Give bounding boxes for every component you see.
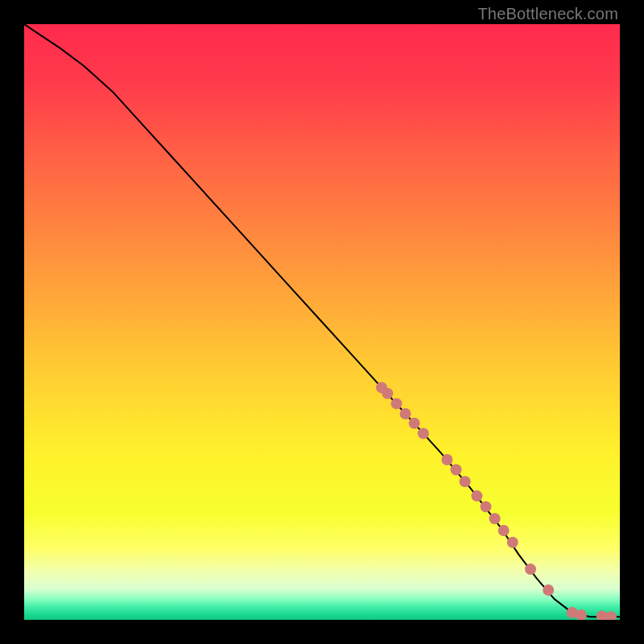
data-marker <box>489 513 501 524</box>
data-marker <box>507 537 518 548</box>
bottleneck-curve <box>24 24 620 617</box>
attribution-label: TheBottleneck.com <box>477 5 618 23</box>
data-marker <box>543 584 554 596</box>
plot-area <box>24 24 620 620</box>
data-marker <box>605 611 617 620</box>
data-marker <box>441 454 452 465</box>
data-marker <box>481 501 492 512</box>
data-marker <box>409 418 420 429</box>
data-marker <box>471 490 482 502</box>
data-marker <box>391 398 402 409</box>
data-marker <box>451 464 462 476</box>
curve-layer <box>24 24 620 620</box>
chart-frame: TheBottleneck.com <box>0 0 644 644</box>
data-marker <box>418 427 429 439</box>
data-marker <box>525 564 536 575</box>
data-marker <box>460 476 471 487</box>
data-marker <box>382 388 393 399</box>
data-marker <box>498 525 510 536</box>
data-marker <box>400 408 411 419</box>
